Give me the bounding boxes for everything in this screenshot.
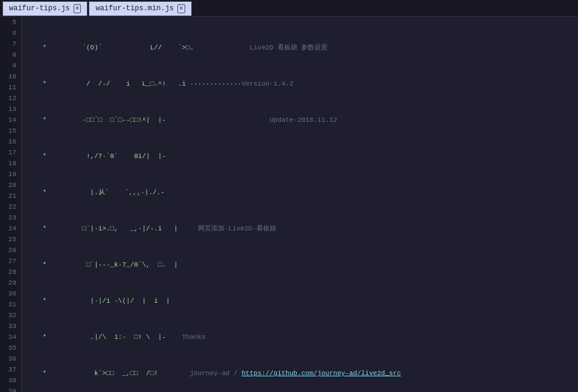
tab-bar: waifur-tips.js × waifur-tips.min.js ×: [0, 0, 578, 17]
tab-close-icon-min[interactable]: ×: [177, 4, 185, 13]
code-line-5: * `(O)` L// `>□. Live2D 看板娘 参数设置: [27, 42, 573, 53]
code-line-12: * |·|/i ·\(|/ | i |: [27, 296, 573, 306]
code-line-7: * ·□□`□ □`□--□□!^| |- Update·2018.11.12: [27, 115, 573, 125]
code-line-9: * |.从` `,,,·|./.-: [27, 187, 573, 198]
code-line-13: * .|/\ i:· □! \ |- Thanks: [27, 332, 573, 343]
tab-waifur-tips-min[interactable]: waifur-tips.min.js ×: [89, 1, 191, 16]
line-numbers: 5 6 7 8 9 10 11 12 13 14 15 16 17 18 19 …: [0, 17, 22, 392]
code-line-6: * / /-/ i L_□.^! .i ·············Version…: [27, 78, 573, 89]
code-line-14: * k`>□□ _,□□ /□! journey-ad / https://gi…: [27, 368, 573, 379]
tab-label: waifur-tips.js: [9, 4, 70, 13]
tab-label-min: waifur-tips.min.js: [95, 4, 174, 13]
code-content[interactable]: * `(O)` L// `>□. Live2D 看板娘 参数设置 * / /-/…: [22, 17, 578, 392]
tab-close-icon[interactable]: ×: [74, 4, 81, 13]
code-line-11: * □`|--·_k·7_/0`\, □. |: [27, 259, 573, 270]
code-line-8: * !,/7·`0` 0i/| |-: [27, 151, 573, 162]
tab-waifur-tips[interactable]: waifur-tips.js ×: [2, 1, 87, 16]
editor: 5 6 7 8 9 10 11 12 13 14 15 16 17 18 19 …: [0, 17, 578, 392]
code-line-10: * □`|·i>.□, _,·|/-.i | 网页添加·Live2D·看板娘: [27, 223, 573, 234]
